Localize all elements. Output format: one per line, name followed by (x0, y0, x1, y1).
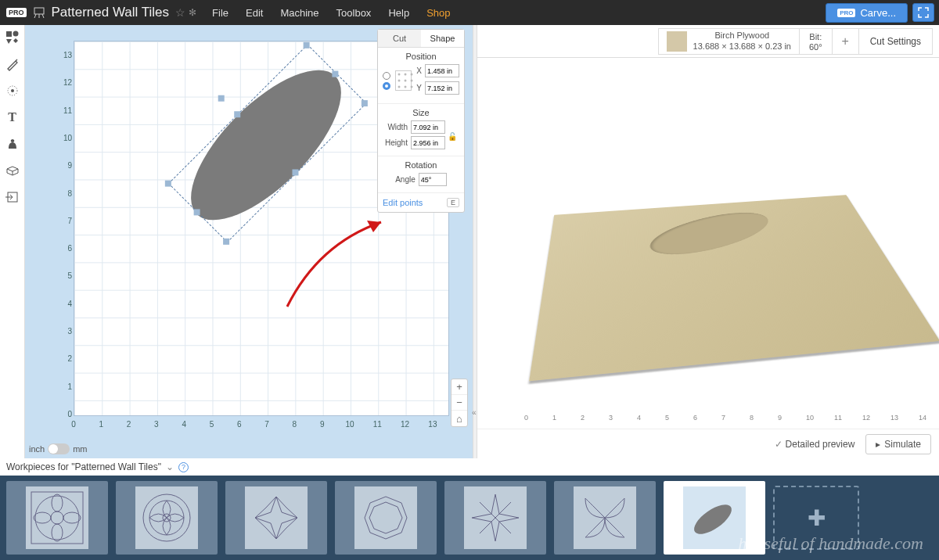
workpiece-1[interactable] (6, 481, 108, 555)
svg-point-5 (13, 31, 18, 37)
menu-help[interactable]: Help (388, 7, 409, 19)
anchor-top[interactable] (383, 72, 390, 80)
svg-point-25 (52, 524, 63, 541)
svg-point-26 (34, 512, 51, 523)
watermark: houseful of handmade.com (739, 533, 923, 554)
bit-selector[interactable]: Bit: 60° (800, 28, 833, 55)
carve-pro-tag: PRO (837, 9, 855, 17)
svg-point-23 (51, 512, 63, 524)
project-title: Patterned Wall Tiles (52, 5, 170, 20)
position-heading: Position (383, 52, 459, 61)
menu-toolbox[interactable]: Toolbox (336, 7, 372, 19)
favorite-star-icon[interactable]: ☆ (175, 6, 185, 19)
svg-rect-21 (31, 492, 83, 544)
fullscreen-button[interactable] (912, 3, 934, 22)
apps-tool-icon[interactable] (5, 136, 20, 152)
zoom-in-button[interactable]: + (452, 379, 467, 395)
left-toolbar: T (0, 25, 25, 458)
height-input[interactable] (411, 136, 445, 149)
svg-line-1 (34, 14, 36, 18)
svg-point-16 (411, 80, 413, 82)
ellipse-shape[interactable] (167, 47, 364, 243)
workpiece-3[interactable] (225, 481, 327, 555)
material-swatch (667, 31, 687, 52)
position-y-input[interactable] (425, 81, 459, 95)
workpiece-4[interactable] (335, 481, 437, 555)
zoom-fit-button[interactable]: ⌂ (452, 411, 467, 426)
preview-header: Birch Plywood 13.688 × 13.688 × 0.23 in … (477, 25, 939, 58)
svg-point-15 (405, 80, 407, 82)
preview-workpiece (529, 195, 939, 381)
position-x-input[interactable] (425, 64, 459, 77)
topbar: PRO Patterned Wall Tiles ☆ ✻ File Edit M… (0, 0, 939, 25)
carve-button[interactable]: PRO Carve... (826, 3, 908, 23)
anchor-bottom[interactable] (383, 82, 390, 90)
svg-point-11 (398, 74, 401, 76)
menu-edit[interactable]: Edit (246, 7, 263, 19)
unit-toggle[interactable]: inch mm (29, 443, 88, 454)
width-input[interactable] (411, 120, 445, 134)
pro-badge: PRO (6, 8, 27, 17)
workpiece-5[interactable] (444, 481, 546, 555)
design-canvas[interactable]: 131211109876543210 012345678910111213 in… (25, 25, 473, 458)
lock-aspect-icon[interactable]: 🔓 (448, 132, 457, 141)
svg-line-2 (42, 14, 44, 18)
workpieces-label: Workpieces for "Patterned Wall Tiles" ⌄ … (0, 458, 939, 476)
edit-points-button[interactable]: Edit points E (378, 192, 464, 212)
settings-gear-icon[interactable]: ✻ (189, 7, 196, 18)
tab-cut[interactable]: Cut (378, 30, 421, 47)
workpiece-6[interactable] (554, 481, 656, 555)
svg-point-14 (398, 80, 401, 82)
cut-settings-button[interactable]: Cut Settings (859, 28, 933, 55)
svg-marker-6 (6, 39, 12, 44)
play-icon: ▸ (876, 439, 880, 450)
preview-3d-viewport[interactable]: 01234567891011121314 (477, 58, 939, 429)
menu-shop[interactable]: Shop (426, 7, 450, 19)
svg-marker-31 (255, 497, 297, 539)
shapes-tool-icon[interactable] (5, 30, 20, 45)
material-dims: 13.688 × 13.688 × 0.23 in (693, 41, 791, 52)
zoom-out-button[interactable]: − (452, 395, 467, 411)
chevron-down-icon[interactable]: ⌄ (166, 461, 174, 472)
svg-point-13 (411, 74, 413, 76)
svg-point-17 (398, 86, 401, 88)
collapse-icon[interactable]: « (472, 408, 477, 417)
svg-point-27 (63, 512, 81, 523)
zoom-controls: + − ⌂ (451, 379, 468, 427)
import-tool-icon[interactable] (5, 189, 20, 205)
unit-toggle-switch[interactable] (48, 443, 70, 454)
svg-point-8 (11, 89, 14, 92)
anchor-grid[interactable] (395, 70, 412, 91)
svg-point-12 (405, 74, 407, 76)
rotation-heading: Rotation (383, 160, 459, 170)
material-name: Birch Plywood (693, 31, 791, 41)
svg-marker-34 (369, 502, 402, 533)
svg-marker-7 (13, 38, 18, 43)
detailed-preview-toggle[interactable]: Detailed preview (775, 439, 854, 450)
simulate-button[interactable]: ▸ Simulate (865, 434, 931, 454)
add-bit-button[interactable]: + (833, 28, 859, 55)
easel-icon (33, 6, 45, 19)
menu-file[interactable]: File (212, 7, 228, 19)
pen-tool-icon[interactable] (5, 56, 20, 72)
svg-marker-32 (255, 497, 297, 539)
svg-point-22 (35, 496, 79, 540)
shape-properties-panel: Cut Shape Position X Y (377, 29, 465, 213)
tab-shape[interactable]: Shape (421, 30, 464, 47)
text-tool-icon[interactable]: T (5, 109, 20, 125)
svg-marker-33 (365, 497, 407, 539)
svg-point-19 (411, 86, 413, 88)
carve-label: Carve... (860, 7, 896, 19)
help-icon[interactable]: ? (178, 462, 189, 472)
angle-input[interactable] (419, 173, 447, 186)
workpiece-2[interactable] (116, 481, 218, 555)
svg-point-18 (405, 86, 407, 88)
lego-tool-icon[interactable] (5, 163, 20, 178)
drill-tool-icon[interactable] (5, 83, 20, 99)
preview-carved-ellipse (640, 205, 781, 264)
main-menu: File Edit Machine Toolbox Help Shop (212, 7, 450, 19)
preview-panel: Birch Plywood 13.688 × 13.688 × 0.23 in … (477, 25, 939, 458)
material-selector[interactable]: Birch Plywood 13.688 × 13.688 × 0.23 in (658, 28, 800, 55)
edit-points-shortcut: E (447, 198, 459, 207)
menu-machine[interactable]: Machine (280, 7, 318, 19)
